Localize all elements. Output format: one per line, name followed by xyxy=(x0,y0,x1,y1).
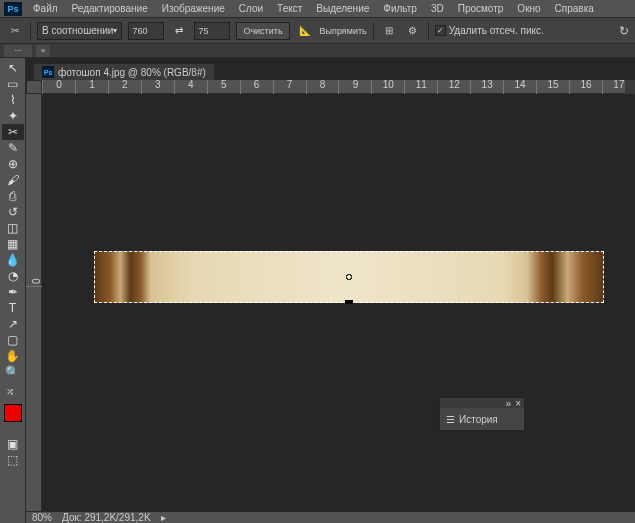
options-bar: ✂ В соотношении 760 ⇄ 75 Очистить 📐 Выпр… xyxy=(0,18,635,44)
clear-button[interactable]: Очистить xyxy=(236,22,289,40)
workspace-tab[interactable]: ··· xyxy=(4,45,32,57)
menu-select[interactable]: Выделение xyxy=(309,3,376,14)
eyedropper-tool[interactable]: ✎ xyxy=(2,140,24,156)
crop-tool[interactable]: ✂ xyxy=(2,124,24,140)
menu-help[interactable]: Справка xyxy=(548,3,601,14)
doc-size-info[interactable]: Док: 291,2K/291,2K xyxy=(62,512,151,523)
crop-width-input[interactable]: 760 xyxy=(128,22,164,40)
status-arrow-icon[interactable]: ▸ xyxy=(161,512,166,523)
magic-wand-tool[interactable]: ✦ xyxy=(2,108,24,124)
toolbox: ↖ ▭ ⌇ ✦ ✂ ✎ ⊕ 🖌 ⎙ ↺ ◫ ▦ 💧 ◔ ✒ T ↗ ▢ ✋ 🔍 … xyxy=(0,58,26,523)
path-tool[interactable]: ↗ xyxy=(2,316,24,332)
menu-view[interactable]: Просмотр xyxy=(451,3,511,14)
straighten-label: Выпрямить xyxy=(320,26,367,36)
menu-image[interactable]: Изображение xyxy=(155,3,232,14)
healing-tool[interactable]: ⊕ xyxy=(2,156,24,172)
menu-3d[interactable]: 3D xyxy=(424,3,451,14)
zoom-tool[interactable]: 🔍 xyxy=(2,364,24,380)
delete-cropped-checkbox[interactable]: ✓ Удалить отсеч. пикс. xyxy=(435,25,544,36)
tab-close[interactable]: × xyxy=(36,45,50,57)
crop-tool-icon[interactable]: ✂ xyxy=(6,22,24,40)
eraser-tool[interactable]: ◫ xyxy=(2,220,24,236)
menu-layers[interactable]: Слои xyxy=(232,3,270,14)
swap-dimensions-icon[interactable]: ⇄ xyxy=(170,22,188,40)
delete-cropped-label: Удалить отсеч. пикс. xyxy=(449,25,544,36)
divider xyxy=(428,22,429,40)
hand-tool[interactable]: ✋ xyxy=(2,348,24,364)
divider xyxy=(30,22,31,40)
screen-mode-icon[interactable]: ⬚ xyxy=(2,452,24,468)
zoom-level[interactable]: 80% xyxy=(32,512,52,523)
panel-collapse-icon[interactable]: » xyxy=(506,398,512,409)
crop-height-input[interactable]: 75 xyxy=(194,22,230,40)
document-image[interactable] xyxy=(94,251,604,303)
shape-tool[interactable]: ▢ xyxy=(2,332,24,348)
pen-tool[interactable]: ✒ xyxy=(2,284,24,300)
divider xyxy=(373,22,374,40)
lasso-tool[interactable]: ⌇ xyxy=(2,92,24,108)
history-panel-body[interactable]: ☰ История xyxy=(440,408,524,430)
panel-close-icon[interactable]: × xyxy=(515,398,521,409)
overlay-options-icon[interactable]: ⊞ xyxy=(380,22,398,40)
history-brush-tool[interactable]: ↺ xyxy=(2,204,24,220)
crop-handle-bottom[interactable] xyxy=(345,300,353,304)
history-panel-title: История xyxy=(459,414,498,425)
quick-mask-icon[interactable]: ▣ xyxy=(2,436,24,452)
reset-icon[interactable]: ↻ xyxy=(619,24,629,38)
app-logo: Ps xyxy=(4,2,22,16)
marquee-tool[interactable]: ▭ xyxy=(2,76,24,92)
canvas-area: Ps фотошоп 4.jpg @ 80% (RGB/8#) 01234567… xyxy=(26,58,635,523)
swap-colors-icon[interactable]: ⤮ xyxy=(6,386,20,400)
dodge-tool[interactable]: ◔ xyxy=(2,268,24,284)
brush-tool[interactable]: 🖌 xyxy=(2,172,24,188)
panel-header[interactable]: » × xyxy=(440,398,524,408)
stamp-tool[interactable]: ⎙ xyxy=(2,188,24,204)
ruler-vertical[interactable]: 0 xyxy=(26,94,42,511)
menu-edit[interactable]: Редактирование xyxy=(65,3,155,14)
foreground-color-swatch[interactable] xyxy=(4,404,22,422)
workspace-tab-bar: ··· × xyxy=(0,44,635,58)
menu-filter[interactable]: Фильтр xyxy=(376,3,424,14)
move-tool[interactable]: ↖ xyxy=(2,60,24,76)
menu-window[interactable]: Окно xyxy=(510,3,547,14)
straighten-icon[interactable]: 📐 xyxy=(296,22,314,40)
status-bar: 80% Док: 291,2K/291,2K ▸ xyxy=(26,511,635,523)
aspect-ratio-select[interactable]: В соотношении xyxy=(37,22,122,40)
gradient-tool[interactable]: ▦ xyxy=(2,236,24,252)
history-icon: ☰ xyxy=(446,414,455,425)
history-panel: » × ☰ История xyxy=(439,397,525,431)
checkbox-icon: ✓ xyxy=(435,25,446,36)
menu-text[interactable]: Текст xyxy=(270,3,309,14)
canvas-viewport[interactable] xyxy=(42,94,635,511)
blur-tool[interactable]: 💧 xyxy=(2,252,24,268)
crop-settings-icon[interactable]: ⚙ xyxy=(404,22,422,40)
menu-bar: Ps Файл Редактирование Изображение Слои … xyxy=(0,0,635,18)
type-tool[interactable]: T xyxy=(2,300,24,316)
ps-file-icon: Ps xyxy=(42,66,54,78)
document-title: фотошоп 4.jpg @ 80% (RGB/8#) xyxy=(58,67,206,78)
menu-file[interactable]: Файл xyxy=(26,3,65,14)
ruler-corner xyxy=(26,80,42,94)
document-tab[interactable]: Ps фотошоп 4.jpg @ 80% (RGB/8#) xyxy=(34,64,214,80)
ruler-horizontal[interactable]: 01234567891011121314151617 xyxy=(42,80,635,94)
